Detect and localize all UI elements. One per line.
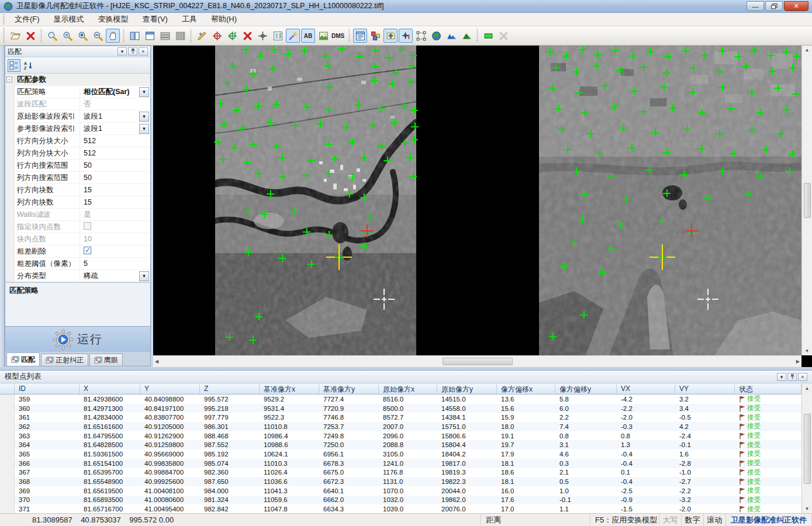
match-point-marker[interactable] [607,245,615,252]
table-row-368[interactable]: 36881.6554890040.99925600987.65011036.66… [0,477,801,486]
match-point-marker[interactable] [300,47,308,54]
match-point-marker[interactable] [407,78,414,85]
match-point-marker[interactable] [290,207,298,215]
dock-tab-2[interactable]: 鹰眼 [89,354,123,366]
match-point-marker[interactable] [231,144,239,151]
match-point-marker[interactable] [279,173,286,181]
match-point-marker[interactable] [792,90,799,98]
match-point-marker[interactable] [391,119,398,126]
panel-menu-icon[interactable]: ▾ [118,47,127,56]
match-point-marker[interactable] [657,217,665,225]
match-point-marker[interactable] [561,262,568,270]
match-point-marker[interactable] [325,140,333,148]
rejected-point-marker[interactable] [685,224,698,237]
match-point-marker[interactable] [564,146,571,153]
match-point-marker[interactable] [698,109,706,116]
match-point-marker[interactable] [278,254,286,262]
match-point-marker[interactable] [343,123,350,131]
image-horizontal-scrollbar[interactable]: ◀ ▶ [153,355,801,367]
match-point-marker[interactable] [255,313,262,320]
match-point-marker[interactable] [242,46,250,53]
propgrid-row-0[interactable]: 匹配策略相位匹配(Sar)▼ [5,86,150,98]
match-point-marker[interactable] [602,82,609,89]
column-header-8[interactable]: 像方偏移x [497,384,555,394]
match-point-marker[interactable] [369,121,376,129]
dock-tab-1[interactable]: 正射纠正 [41,354,88,366]
match-point-marker[interactable] [730,150,738,157]
match-point-marker[interactable] [594,51,602,58]
zoom-magnifier-icon[interactable] [45,29,59,43]
scroll-up-icon[interactable]: ▲ [805,384,810,391]
match-point-marker[interactable] [303,103,310,110]
menu-item-1[interactable]: 显示模式 [47,12,91,26]
checked-checkbox[interactable] [84,247,91,254]
match-point-marker[interactable] [398,46,405,53]
propgrid-row-13[interactable]: 粗差剔除 [5,245,150,258]
match-point-marker[interactable] [549,84,557,92]
match-point-marker[interactable] [689,88,697,96]
source-image-view[interactable] [539,46,801,355]
match-point-marker[interactable] [572,167,580,175]
param-value[interactable]: 15 [80,186,150,194]
match-point-marker[interactable] [223,79,231,87]
match-point-marker[interactable] [689,64,697,71]
table-vertical-scrollbar[interactable]: ▲ ▼ [801,384,812,513]
param-value[interactable]: 波段1 [80,124,139,134]
match-point-marker[interactable] [407,62,415,70]
column-header-1[interactable]: X [80,384,140,394]
match-point-marker[interactable] [226,333,233,341]
match-point-marker[interactable] [727,105,735,112]
match-point-marker[interactable] [385,54,393,61]
match-point-marker[interactable] [546,48,554,56]
match-point-marker[interactable] [578,216,586,223]
run-button[interactable]: 运行 [5,326,150,352]
table-row-370[interactable]: 37081.6589350041.00080600981.32411059.66… [0,496,801,505]
table-row-371[interactable]: 37181.6571670041.00495400982.84211047.86… [0,504,801,513]
match-point-marker[interactable] [793,53,800,60]
tile-vertical-icon[interactable] [173,29,187,43]
pin-icon[interactable] [128,47,137,56]
match-point-marker[interactable] [682,47,689,54]
match-point-marker[interactable] [663,189,671,197]
table-row-367[interactable]: 36781.6539570040.99884700982.36011026.46… [0,468,801,477]
scroll-up-icon[interactable]: ▲ [805,46,810,53]
mountain-blue-icon[interactable] [444,29,458,43]
column-header-4[interactable]: 基准像方x [260,384,319,394]
fit-view-icon[interactable] [60,29,74,43]
match-point-marker[interactable] [316,120,324,127]
match-point-marker[interactable] [261,210,268,218]
selected-point-marker[interactable] [649,244,675,270]
match-point-marker[interactable] [734,53,742,60]
restore-button[interactable] [765,1,783,11]
match-point-marker[interactable] [255,169,262,177]
match-point-marker[interactable] [219,155,227,163]
column-header-9[interactable]: 像方偏移y [555,384,617,394]
panel-close-icon[interactable]: × [798,373,807,381]
propgrid-row-3[interactable]: 参考影像波段索引波段1▼ [5,123,150,135]
propgrid-row-4[interactable]: 行方向分块大小512 [5,135,150,147]
match-point-marker[interactable] [756,172,764,179]
match-point-marker[interactable] [383,157,391,164]
table-row-360[interactable]: 36081.4297130040.84197100995.2189531.477… [0,404,801,413]
match-point-marker[interactable] [645,166,653,174]
rejected-point-marker[interactable] [361,224,374,237]
propgrid-row-8[interactable]: 行方向块数15 [5,184,150,196]
zoom-in-icon[interactable] [75,29,89,43]
column-header-10[interactable]: VX [617,384,675,394]
tile-horizontal-icon[interactable] [158,29,172,43]
match-point-marker[interactable] [619,124,627,132]
match-point-marker[interactable] [579,46,586,53]
match-point-marker[interactable] [572,68,580,75]
match-point-marker[interactable] [378,143,385,150]
selected-point-marker[interactable] [326,244,352,270]
menu-item-0[interactable]: 文件(F) [8,12,47,26]
scroll-right-icon[interactable]: ▶ [796,359,800,364]
match-point-marker[interactable] [216,99,224,107]
match-point-marker[interactable] [622,195,630,203]
reference-image-view[interactable] [153,46,539,355]
match-point-marker[interactable] [324,62,331,70]
match-point-marker[interactable] [555,105,562,112]
column-header-7[interactable]: 原始像方y [437,384,497,394]
match-point-marker[interactable] [388,80,396,88]
match-point-marker[interactable] [789,64,796,71]
